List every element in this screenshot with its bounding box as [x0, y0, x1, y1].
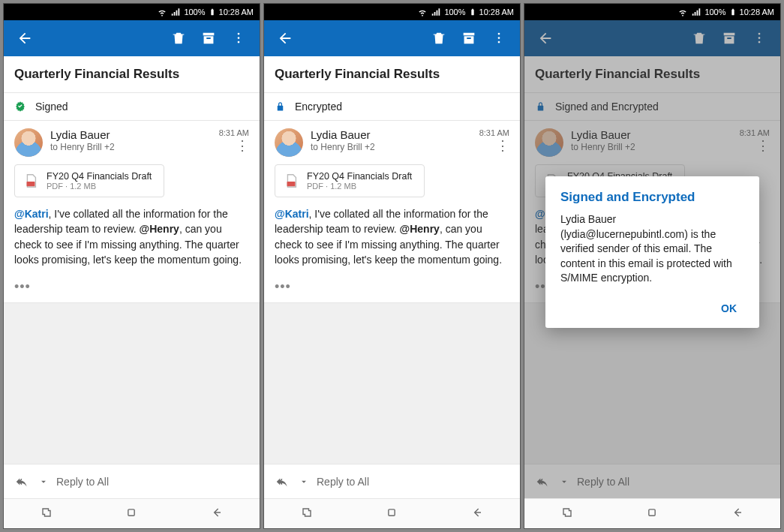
- reply-bar[interactable]: Reply to All: [4, 464, 260, 498]
- delete-button[interactable]: [164, 23, 194, 53]
- chevron-down-icon[interactable]: [299, 476, 309, 487]
- message-body: @Katri, I've collated all the informatio…: [4, 205, 260, 275]
- file-icon: [283, 171, 299, 191]
- attachment-chip[interactable]: FY20 Q4 Financials Draft PDF · 1.2 MB: [275, 164, 425, 197]
- mention-katri[interactable]: @Katri: [14, 208, 49, 220]
- screen-encrypted: 100% 10:28 AM Quarterly Financial Result…: [263, 3, 521, 529]
- message-overflow-icon[interactable]: ⋮: [740, 142, 770, 149]
- wifi-icon: [677, 7, 688, 17]
- battery-text: 100%: [444, 8, 465, 17]
- dialog-body: Lydia Bauer (lydia@lucernepubintl.com) i…: [560, 212, 744, 286]
- sender-row[interactable]: Lydia Bauer to Henry Brill +2 8:31 AM ⋮: [264, 121, 520, 161]
- nav-home-button[interactable]: [633, 505, 671, 523]
- message-overflow-icon[interactable]: ⋮: [219, 142, 249, 149]
- nav-back-button[interactable]: [719, 505, 756, 523]
- security-row[interactable]: Encrypted: [264, 93, 520, 121]
- nav-home-button[interactable]: [113, 505, 150, 523]
- battery-text: 100%: [704, 8, 725, 17]
- security-label: Signed and Encrypted: [555, 101, 659, 113]
- system-nav: [264, 498, 520, 528]
- reply-all-icon: [275, 473, 291, 490]
- back-button[interactable]: [10, 23, 40, 53]
- archive-button[interactable]: [714, 23, 744, 53]
- clock-text: 10:28 AM: [740, 8, 774, 17]
- status-bar: 100% 10:28 AM: [264, 4, 520, 20]
- nav-recent-button[interactable]: [288, 505, 326, 523]
- signal-icon: [431, 7, 441, 17]
- subject: Quarterly Financial Results: [4, 56, 260, 93]
- sender-row[interactable]: Lydia Bauer to Henry Brill +2 8:31 AM ⋮: [524, 121, 780, 161]
- screen-signed: 100% 10:28 AM Quarterly Financial Result…: [3, 3, 260, 529]
- recipients: to Henry Brill +2: [50, 142, 212, 152]
- security-row[interactable]: Signed and Encrypted: [524, 93, 780, 121]
- overflow-button[interactable]: [744, 23, 774, 53]
- overflow-button[interactable]: [484, 23, 514, 53]
- message-overflow-icon[interactable]: ⋮: [479, 142, 509, 149]
- lock-icon: [535, 101, 546, 113]
- app-bar: [4, 20, 260, 56]
- message-time: 8:31 AM: [219, 128, 249, 137]
- message-body: @Katri, I've collated all the informatio…: [264, 205, 520, 275]
- app-bar: [524, 20, 780, 56]
- reply-label: Reply to All: [317, 476, 369, 488]
- expand-quoted-icon[interactable]: •••: [264, 275, 520, 303]
- reply-all-icon: [535, 473, 551, 490]
- message-time: 8:31 AM: [479, 128, 509, 137]
- battery-text: 100%: [184, 8, 205, 17]
- screen-signed-encrypted-dialog: 100% 10:28 AM Quarterly Financial Result…: [524, 3, 781, 529]
- nav-home-button[interactable]: [373, 505, 410, 523]
- avatar: [14, 128, 43, 157]
- attachment-meta: PDF · 1.2 MB: [47, 182, 152, 191]
- blank-area: [264, 303, 520, 464]
- system-nav: [524, 498, 780, 528]
- sender-row[interactable]: Lydia Bauer to Henry Brill +2 8:31 AM ⋮: [4, 121, 260, 161]
- status-bar: 100% 10:28 AM: [524, 4, 780, 20]
- nav-back-button[interactable]: [458, 505, 496, 523]
- smime-dialog: Signed and Encrypted Lydia Bauer (lydia@…: [545, 176, 759, 328]
- reply-label: Reply to All: [56, 476, 109, 488]
- battery-icon: [469, 7, 476, 17]
- avatar: [275, 128, 303, 157]
- signal-icon: [691, 7, 701, 17]
- status-bar: 100% 10:28 AM: [4, 4, 260, 20]
- attachment-name: FY20 Q4 Financials Draft: [307, 171, 412, 182]
- mention-katri[interactable]: @Katri: [275, 208, 309, 220]
- recipients: to Henry Brill +2: [311, 142, 472, 152]
- sender-name: Lydia Bauer: [50, 128, 212, 141]
- back-button[interactable]: [270, 23, 300, 53]
- battery-icon: [729, 7, 737, 17]
- chevron-down-icon[interactable]: [38, 476, 49, 487]
- archive-button[interactable]: [454, 23, 484, 53]
- nav-recent-button[interactable]: [548, 505, 586, 523]
- expand-quoted-icon[interactable]: •••: [4, 275, 260, 303]
- security-row[interactable]: Signed: [4, 93, 260, 121]
- reply-bar[interactable]: Reply to All: [524, 464, 780, 498]
- wifi-icon: [157, 7, 167, 17]
- clock-text: 10:28 AM: [479, 8, 514, 17]
- system-nav: [4, 498, 260, 528]
- mention-henry[interactable]: @Henry: [140, 223, 179, 235]
- battery-icon: [209, 7, 216, 17]
- dialog-ok-button[interactable]: OK: [713, 296, 744, 320]
- subject: Quarterly Financial Results: [264, 56, 520, 93]
- reply-bar[interactable]: Reply to All: [264, 464, 520, 498]
- sender-name: Lydia Bauer: [571, 128, 732, 141]
- delete-button[interactable]: [684, 23, 714, 53]
- overflow-button[interactable]: [224, 23, 254, 53]
- reply-label: Reply to All: [577, 476, 629, 488]
- app-bar: [264, 20, 520, 56]
- attachment-chip[interactable]: FY20 Q4 Financials Draft PDF · 1.2 MB: [14, 164, 164, 197]
- nav-recent-button[interactable]: [28, 505, 65, 523]
- mention-henry[interactable]: @Henry: [400, 223, 440, 235]
- subject: Quarterly Financial Results: [524, 56, 780, 93]
- nav-back-button[interactable]: [198, 505, 236, 523]
- delete-button[interactable]: [424, 23, 454, 53]
- chevron-down-icon[interactable]: [559, 476, 569, 487]
- archive-button[interactable]: [194, 23, 224, 53]
- sender-name: Lydia Bauer: [311, 128, 472, 141]
- signed-icon: [14, 101, 26, 113]
- message-time: 8:31 AM: [740, 128, 770, 137]
- back-button[interactable]: [530, 23, 560, 53]
- attachment-meta: PDF · 1.2 MB: [307, 182, 412, 191]
- file-icon: [23, 171, 39, 191]
